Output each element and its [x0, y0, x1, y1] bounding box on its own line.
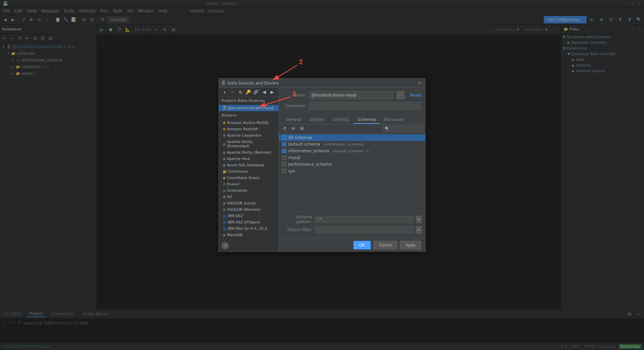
object-filter-clear-btn[interactable]: ✕ [416, 226, 422, 233]
information-schema-edit[interactable]: ✏ [366, 149, 369, 153]
name-row: Name: ⋯ Reset [283, 91, 421, 99]
driver-icon-hsqldb-remote: ◈ [223, 207, 225, 212]
dialog-close-button[interactable]: ✕ [417, 80, 423, 86]
driver-apache-derby-rem[interactable]: ◈ Apache Derby (Remote) [219, 149, 279, 156]
name-test-btn[interactable]: ⋯ [396, 91, 405, 99]
driver-apache-derby-emb[interactable]: ◈ Apache Derby (Embedded) [219, 139, 279, 149]
performance-schema-name: performance_schema [288, 162, 332, 167]
sys-checkbox[interactable] [282, 169, 286, 173]
dialog-body: + − ⧉ 🔑 🔗 ◀ ▶ Project Data Sources 🗄 @lo… [219, 88, 425, 251]
ds-remove-btn[interactable]: − [229, 89, 235, 96]
driver-icon-cassandra: ◈ [223, 133, 225, 138]
drivers-list: ◈ Amazon Aurora MySQL ◈ Amazon Redshift … [219, 120, 279, 240]
object-filter-label: Object filter: [282, 227, 312, 232]
ds-add-btn[interactable]: + [221, 89, 228, 96]
schema-pattern-label: Schema pattern: [282, 215, 312, 224]
ds-nav-fwd[interactable]: ▶ [269, 89, 276, 96]
schema-sort-btn[interactable]: ≡ [290, 125, 297, 132]
driver-couchbase[interactable]: ◈ Couchbase Query [219, 175, 279, 181]
apply-button[interactable]: Apply [400, 241, 421, 249]
schema-mysql[interactable]: mysql [279, 154, 425, 161]
driver-azure-sql[interactable]: ◈ Azure SQL Database [219, 162, 279, 168]
performance-schema-checkbox[interactable] [282, 162, 286, 166]
dialog-title-icon: 🗄 [221, 81, 225, 85]
driver-icon-clickhouse: ▦ [223, 169, 226, 174]
comment-label: Comment: [283, 104, 306, 108]
dialog-left-panel: + − ⧉ 🔑 🔗 ◀ ▶ Project Data Sources 🗄 @lo… [219, 88, 279, 251]
driver-apache-hive[interactable]: ◈ Apache Hive [219, 156, 279, 162]
ok-button[interactable]: OK [353, 241, 370, 249]
schema-search-input[interactable] [383, 125, 423, 132]
driver-ibm-db2[interactable]: ▦ IBM Db2 [219, 213, 279, 219]
mysql-name: mysql [288, 155, 300, 160]
object-filter-row: Object filter: ✕ [282, 226, 422, 233]
dialog-title-bar: 🗄 Data Sources and Drivers ✕ [219, 78, 425, 88]
svg-text:2: 2 [299, 58, 303, 65]
svg-line-0 [274, 65, 297, 79]
driver-mariadb[interactable]: ◈ MariaDB [219, 232, 279, 238]
schema-refresh-btn[interactable]: ↺ [281, 125, 288, 132]
driver-hsqldb-local[interactable]: ◈ HSQLDB (Local) [219, 200, 279, 206]
schema-list: ✓ All schemas ✓ Default schema (informat… [279, 133, 425, 212]
tab-advanced[interactable]: Advanced [380, 116, 408, 124]
driver-icon-exasol: ✕ [223, 182, 226, 186]
information-schema-name: information_schema [288, 149, 329, 153]
driver-amazon-redshift[interactable]: ◈ Amazon Redshift [219, 126, 279, 132]
datasource-item-selected[interactable]: 🗄 @localhost-docker-mysql [219, 105, 279, 111]
dialog-left-toolbar: + − ⧉ 🔑 🔗 ◀ ▶ [219, 88, 279, 97]
schema-pattern-clear-btn[interactable]: ✕ [416, 216, 422, 223]
datasource-label: @localhost-docker-mysql [228, 106, 274, 110]
ds-nav-back[interactable]: ◀ [261, 89, 268, 96]
dialog-form: Name: ⋯ Reset Comment: [279, 88, 425, 116]
schema-bottom: Schema pattern: ✕ Object filter: ✕ [279, 212, 425, 238]
driver-icon-hive: ◈ [223, 157, 225, 161]
name-input[interactable] [309, 91, 394, 99]
driver-icon-mariadb: ◈ [223, 233, 225, 237]
driver-h2[interactable]: ◈ H2 [219, 194, 279, 200]
dialog-right-panel: Name: ⋯ Reset Comment: General Options S… [279, 88, 425, 251]
comment-input[interactable] [309, 102, 421, 110]
help-button[interactable]: ? [221, 242, 229, 249]
all-schemas-name: All schemas [288, 135, 312, 140]
driver-apache-cassandra[interactable]: ◈ Apache Cassandra [219, 132, 279, 139]
driver-icon-derby-rem: ◈ [223, 150, 225, 155]
tab-general[interactable]: General [282, 116, 305, 124]
tab-options[interactable]: Options [305, 116, 329, 124]
driver-icon-redshift: ◈ [223, 127, 225, 131]
schema-default[interactable]: ✓ Default schema (information_schema) [279, 141, 425, 148]
ds-key-btn[interactable]: 🔑 [245, 89, 251, 96]
default-schema-checkbox[interactable]: ✓ [282, 142, 286, 146]
reset-link[interactable]: Reset [410, 93, 421, 98]
tab-ssh-ssl[interactable]: SSH/SSL [329, 116, 354, 124]
driver-icon-ibm-db2: ▦ [223, 214, 226, 218]
ds-duplicate-btn[interactable]: ⧉ [237, 89, 244, 96]
driver-icon-couchbase: ◈ [223, 176, 225, 180]
driver-clickhouse[interactable]: ▦ ClickHouse [219, 168, 279, 175]
driver-icon-ibm-db2-9x: ▦ [223, 226, 226, 231]
mysql-checkbox[interactable] [282, 156, 286, 160]
dialog-tabs: General Options SSH/SSL Schemas Advanced [279, 116, 425, 124]
ds-link-btn[interactable]: 🔗 [253, 89, 259, 96]
schema-pattern-input[interactable] [315, 216, 413, 223]
cancel-button[interactable]: Cancel [373, 241, 397, 249]
driver-hsqldb-remote[interactable]: ◈ HSQLDB (Remote) [219, 206, 279, 213]
schema-sys[interactable]: sys [279, 168, 425, 174]
object-filter-input[interactable] [315, 226, 413, 233]
comment-row: Comment: [283, 102, 421, 110]
schema-performance[interactable]: performance_schema [279, 161, 425, 168]
driver-amazon-aurora[interactable]: ◈ Amazon Aurora MySQL [219, 120, 279, 126]
driver-icon-ibm-db2-jtopen: ▦ [223, 220, 226, 224]
driver-ibm-db2-9x[interactable]: ▦ IBM Db2 for 9.X, 10.X [219, 225, 279, 232]
driver-ibm-db2-jtopen[interactable]: ▦ IBM Db2 (JTOpen) [219, 219, 279, 225]
tab-schemas[interactable]: Schemas [354, 116, 380, 124]
schema-information[interactable]: ✓ information_schema (default schema) ✏ [279, 148, 425, 154]
driver-exasol[interactable]: ✕ Exasol [219, 181, 279, 187]
driver-greenplum[interactable]: ◈ Greenplum [219, 187, 279, 194]
all-schemas-checkbox[interactable]: ✓ [282, 136, 286, 140]
project-section-label: Project Data Sources [219, 97, 279, 105]
schema-filter-btn[interactable]: ⊞ [298, 125, 306, 132]
driver-icon-hsqldb-local: ◈ [223, 201, 225, 205]
schema-all-schemas[interactable]: ✓ All schemas [279, 134, 425, 141]
information-schema-checkbox[interactable]: ✓ [282, 149, 286, 153]
information-schema-sub: (default schema) [332, 149, 364, 153]
